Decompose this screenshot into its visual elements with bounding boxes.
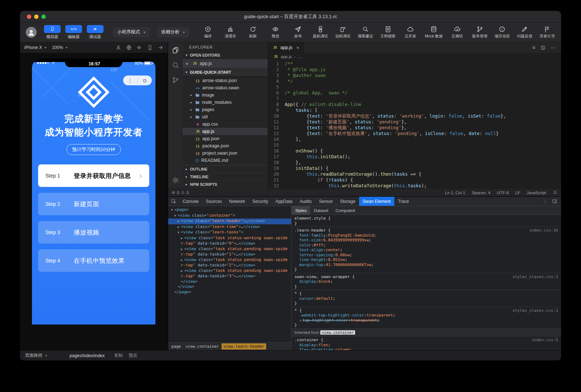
copy-path-button[interactable]: 复制 bbox=[114, 352, 123, 359]
split-editor-icon[interactable] bbox=[540, 45, 546, 50]
close-miniprogram-icon[interactable]: ⊙ bbox=[138, 78, 152, 83]
mode-button-debugger[interactable]: ⇄调试器 bbox=[87, 25, 103, 40]
action-publish[interactable]: 发布 bbox=[290, 26, 306, 39]
more-menu-icon[interactable]: ⋮ bbox=[123, 78, 137, 83]
file-app.json[interactable]: {}app.json bbox=[183, 135, 268, 142]
device-frame-icon[interactable] bbox=[147, 45, 153, 50]
action-doc-search[interactable]: 文档搜索 bbox=[380, 26, 396, 39]
problems-summary[interactable]: ⊘ 0 ⚠ 0 bbox=[172, 190, 189, 195]
style-property[interactable]: text-align:center; bbox=[294, 248, 558, 253]
devtools-tab-network[interactable]: Network bbox=[226, 197, 249, 206]
action-search-suggest[interactable]: 搜索建议 bbox=[357, 26, 373, 39]
language-mode[interactable]: JavaScript bbox=[527, 191, 546, 195]
action-cloud-test[interactable]: 云测试 bbox=[449, 26, 465, 39]
cursor-position[interactable]: Ln 1, Col 1 bbox=[445, 191, 466, 195]
project-root-section[interactable]: ▾ GUIDE-QUICK-START bbox=[183, 68, 268, 76]
elements-crumb-1[interactable]: view.container bbox=[184, 343, 221, 350]
mode-button-simulator[interactable]: 模拟器 bbox=[44, 25, 61, 40]
mode-button-editor[interactable]: </>编辑器 bbox=[65, 25, 82, 40]
dock-side-icon[interactable] bbox=[552, 199, 557, 204]
action-device-debug[interactable]: 真机调试 bbox=[312, 26, 328, 39]
more-actions-icon[interactable]: ⋯ bbox=[551, 45, 556, 50]
action-clear-cache[interactable]: 清缓存 bbox=[223, 26, 239, 39]
style-property[interactable]: display:flex; bbox=[294, 343, 558, 348]
dom-node[interactable]: ▶<view class="learn-header">…</view> bbox=[168, 219, 291, 224]
page-path-dropdown[interactable]: 页面路径 bbox=[25, 352, 42, 359]
section-outline[interactable]: ▸OUTLINE bbox=[183, 166, 268, 173]
devtools-tab-security[interactable]: Security bbox=[249, 197, 272, 206]
editor-tab-appjs[interactable]: JS app.js × bbox=[268, 42, 304, 53]
devtools-tab-audits[interactable]: Audits bbox=[296, 197, 315, 206]
source-control-icon[interactable] bbox=[172, 76, 179, 84]
dom-node[interactable]: </view> bbox=[168, 284, 291, 290]
section-npm-scripts[interactable]: ▸NPM SCRIPTS bbox=[183, 181, 268, 188]
action-version-control[interactable]: 版本管理 bbox=[472, 26, 488, 39]
sound-icon[interactable] bbox=[137, 45, 142, 50]
zoom-window-button[interactable] bbox=[41, 15, 46, 19]
step-card-1[interactable]: Step 1登录并获取用户信息› bbox=[38, 164, 149, 187]
rule-selector[interactable]: * { bbox=[294, 291, 302, 296]
devtools-tab-sources[interactable]: Sources bbox=[202, 197, 226, 206]
open-changes-icon[interactable]: ≡ bbox=[532, 45, 535, 50]
style-property[interactable]: font-family:PingFangSC-Semibold; bbox=[294, 233, 558, 238]
file-util[interactable]: ▸util bbox=[183, 113, 268, 121]
section-timeline[interactable]: ▸TIMELINE bbox=[183, 173, 268, 181]
stylesheet-link[interactable]: styles_slaves.css:1 bbox=[508, 274, 558, 279]
notifications-bell-icon[interactable] bbox=[553, 190, 557, 195]
stylesheet-link[interactable]: index.css:16 bbox=[525, 228, 558, 233]
devtools-tab-trace[interactable]: Trace bbox=[394, 197, 413, 206]
file-arrow-status.swan[interactable]: <>arrow-status.swan bbox=[183, 84, 268, 91]
action-compile[interactable]: 编译 bbox=[200, 26, 216, 39]
devtools-tab-console[interactable]: Console bbox=[179, 197, 202, 206]
indent-setting[interactable]: Spaces: 4 bbox=[472, 191, 490, 195]
file-README.md[interactable]: README.md bbox=[183, 157, 268, 164]
rule-selector[interactable]: element.style { bbox=[294, 216, 330, 221]
styles-tab-computed[interactable]: Computed bbox=[332, 206, 358, 215]
dom-node[interactable]: ▼<page> bbox=[168, 207, 291, 213]
close-icon[interactable]: × bbox=[186, 61, 190, 66]
code-editor[interactable]: JS app.js × ≡ ⋯ JS a bbox=[268, 42, 561, 188]
style-property[interactable]: margin-top:41.70666666666667vw; bbox=[294, 262, 558, 268]
eol[interactable]: LF bbox=[515, 191, 520, 195]
action-refresh[interactable]: 刷新 bbox=[245, 26, 261, 39]
file-app.css[interactable]: #app.css bbox=[183, 121, 268, 128]
minimize-window-button[interactable] bbox=[34, 15, 38, 19]
inherited-target-link[interactable]: view.container bbox=[320, 330, 355, 335]
devtools-more-icon[interactable]: ⋮ bbox=[543, 199, 548, 204]
style-property[interactable]: color:#fff; bbox=[294, 243, 558, 248]
action-dev-guide[interactable]: 开发引导 bbox=[539, 26, 555, 39]
step-card-3[interactable]: Step 3播放视频 bbox=[38, 221, 149, 244]
code-area[interactable]: 12345678910111213141516171819202122 /** … bbox=[268, 60, 561, 188]
step-card-4[interactable]: Step 4在手机中预览效果 bbox=[38, 249, 149, 272]
action-remote-debug[interactable]: 远程调试 bbox=[335, 26, 351, 39]
device-select[interactable]: iPhone X ▾ bbox=[24, 45, 46, 50]
search-icon[interactable] bbox=[172, 61, 179, 69]
dom-node[interactable]: ▶<view class="task status-working swan-s… bbox=[168, 236, 291, 246]
close-tab-icon[interactable]: × bbox=[296, 45, 299, 50]
rotate-device-icon[interactable] bbox=[126, 45, 132, 50]
dom-node[interactable]: ▶<view class="task status-pending swan-s… bbox=[168, 268, 291, 279]
explorer-icon[interactable] bbox=[172, 46, 179, 54]
dom-node[interactable]: </page> bbox=[168, 290, 291, 295]
gear-icon[interactable] bbox=[172, 176, 179, 184]
dom-node[interactable]: ▶<view class="learn-time">…</view> bbox=[168, 224, 291, 230]
rule-selector[interactable]: * { bbox=[294, 308, 302, 313]
style-property[interactable]: letter-spacing:0.08vw; bbox=[294, 253, 558, 258]
style-property[interactable]: -webkit-tap-highlight-color:transparent; bbox=[294, 313, 558, 318]
stylesheet-link[interactable]: styles_slaves.css:1 bbox=[508, 308, 558, 313]
file-project.swan.json[interactable]: {}project.swan.json bbox=[183, 150, 268, 157]
devtools-tab-swan-element[interactable]: Swan Element bbox=[359, 197, 394, 206]
stylesheet-link[interactable]: index.css:5 bbox=[527, 338, 558, 343]
file-package.json[interactable]: {}package.json bbox=[183, 142, 268, 150]
file-image[interactable]: ▸image bbox=[183, 91, 268, 99]
editor-breadcrumb[interactable]: JS app.js › ... bbox=[268, 53, 561, 60]
style-property[interactable]: flex-direction:column; bbox=[294, 347, 558, 350]
open-editor-app.js[interactable]: ×JSapp.js bbox=[183, 59, 268, 68]
dom-node[interactable]: </view> bbox=[168, 279, 291, 285]
style-property[interactable]: cursor:default; bbox=[294, 296, 558, 301]
action-mock-data[interactable]: Mock 数据 bbox=[425, 26, 443, 39]
devtools-tab-sensor[interactable]: Sensor bbox=[316, 197, 337, 206]
devtools-tab-appdata[interactable]: AppData bbox=[272, 197, 296, 206]
zoom-select[interactable]: 100% ▾ bbox=[52, 45, 67, 50]
account-icon[interactable] bbox=[115, 45, 121, 50]
